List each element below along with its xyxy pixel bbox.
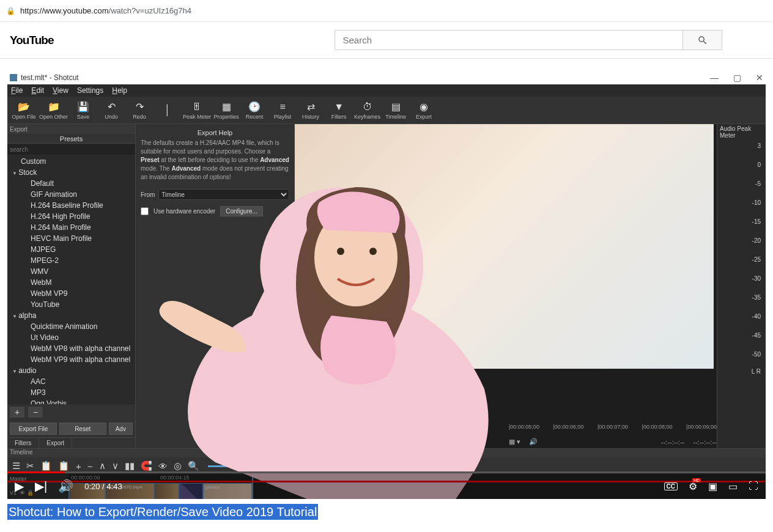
toolbar-recent[interactable]: 🕑Recent (242, 98, 267, 122)
configure-button[interactable]: Configure... (220, 206, 263, 216)
play-button[interactable]: ▶ (15, 479, 24, 493)
timeline-tool-icon[interactable]: ☰ (12, 460, 20, 471)
toolbar-open-other[interactable]: 📁Open Other (39, 98, 68, 122)
preset-item[interactable]: HEVC Main Profile (7, 233, 135, 244)
toolbar-open-file[interactable]: 📂Open File (11, 98, 37, 122)
preset-item[interactable]: YouTube (7, 299, 135, 310)
export-help-text: The defaults create a H.264/AAC MP4 file… (138, 139, 292, 187)
toolbar-filters[interactable]: ▼Filters (326, 98, 352, 122)
maximize-button[interactable]: ▢ (733, 73, 741, 83)
toolbar-timeline[interactable]: ▤Timeline (383, 98, 409, 122)
ruler-mark: |00:00:08;00 (642, 424, 673, 430)
ruler-mark: |00:00:05;00 (509, 424, 539, 430)
timeline-tool-icon[interactable]: 📋 (58, 460, 70, 471)
presets-header: Presets (7, 134, 135, 144)
preset-item[interactable]: Default (7, 178, 135, 189)
peak-meter-panel: Audio Peak Meter 30-5-10-15-20-25-30-35-… (717, 124, 766, 448)
timeline-header: Timeline (7, 449, 766, 457)
add-preset-button[interactable]: + (10, 407, 24, 418)
advanced-button[interactable]: Adv (109, 423, 133, 435)
zoom-slider[interactable] (208, 465, 245, 467)
from-select[interactable]: Timeline (158, 189, 289, 200)
preset-item[interactable]: WebM (7, 277, 135, 288)
tab-export[interactable]: Export (39, 438, 72, 448)
timeline-tool-icon[interactable]: 📋 (40, 460, 52, 471)
progress-bar[interactable] (7, 471, 766, 473)
menu-help[interactable]: Help (112, 86, 127, 95)
preset-item[interactable]: MPEG-2 (7, 255, 135, 266)
settings-button[interactable]: ⚙HD (689, 481, 697, 492)
peak-db-label: 0 (757, 161, 761, 168)
timeline-tool-icon[interactable]: − (87, 461, 93, 471)
preset-item[interactable]: WebM VP8 with alpha channel (7, 343, 135, 354)
preset-item[interactable]: MP3 (7, 387, 135, 398)
toolbar-playlist[interactable]: ≡Playlist (270, 98, 295, 122)
youtube-logo[interactable]: YouTube (10, 34, 53, 47)
toolbar-undo[interactable]: ↶Undo (98, 98, 124, 122)
video-player[interactable]: test.mlt* - Shotcut — ▢ ✕ File Edit View… (7, 71, 766, 499)
timeline-tool-icon[interactable]: ◎ (174, 460, 182, 471)
preset-item[interactable]: WebM VP9 (7, 288, 135, 299)
preset-item[interactable]: H.264 Baseline Profile (7, 200, 135, 211)
next-button[interactable]: ▶| (35, 479, 47, 493)
peak-lr-label: L R (752, 368, 761, 375)
preset-search[interactable] (7, 144, 135, 155)
preset-group[interactable]: alpha (7, 310, 135, 321)
menu-settings[interactable]: Settings (77, 86, 103, 95)
preset-group[interactable]: Stock (7, 167, 135, 178)
preset-item[interactable]: GIF Animation (7, 189, 135, 200)
reset-button[interactable]: Reset (59, 423, 106, 435)
timeline-tool-icon[interactable]: 🔍 (188, 460, 199, 471)
preset-item[interactable]: Quicktime Animation (7, 321, 135, 332)
theater-button[interactable]: ▭ (728, 481, 738, 492)
hw-encoder-checkbox[interactable] (141, 207, 149, 215)
toolbar-keyframes[interactable]: ⏱Keyframes (354, 98, 380, 122)
toolbar-sep[interactable]: │ (155, 98, 180, 122)
browser-address-bar[interactable]: 🔒 https://www.youtube.com/watch?v=uzUIz1… (0, 0, 773, 22)
menu-edit[interactable]: Edit (31, 86, 44, 95)
timeline-tool-icon[interactable]: ✂ (26, 460, 34, 471)
preset-group[interactable]: audio (7, 365, 135, 376)
timeline-tool-icon[interactable]: ∨ (112, 460, 119, 471)
cc-button[interactable]: CC (664, 482, 678, 490)
timeline-tool-icon[interactable]: 👁 (158, 461, 168, 471)
peak-db-label: -35 (752, 294, 761, 301)
tab-filters[interactable]: Filters (7, 438, 39, 448)
preset-item[interactable]: H.264 Main Profile (7, 222, 135, 233)
remove-preset-button[interactable]: − (28, 407, 43, 418)
preset-list[interactable]: CustomStockDefaultGIF AnimationH.264 Bas… (7, 155, 135, 404)
preset-item[interactable]: H.264 High Profile (7, 211, 135, 222)
preview-volume-icon[interactable]: 🔊 (529, 438, 538, 446)
export-help-panel: Export Help The defaults create a H.264/… (136, 124, 295, 448)
close-button[interactable]: ✕ (756, 73, 763, 83)
peak-db-label: -5 (755, 180, 761, 187)
preset-item[interactable]: WebM VP9 with alpha channel (7, 354, 135, 365)
preset-item[interactable]: MJPEG (7, 244, 135, 255)
miniplayer-button[interactable]: ▣ (708, 481, 717, 492)
search-input[interactable] (335, 30, 683, 50)
toolbar-properties[interactable]: ▦Properties (213, 98, 239, 122)
toolbar-export[interactable]: ◉Export (411, 98, 437, 122)
toolbar-history[interactable]: ⇄History (298, 98, 324, 122)
preset-item[interactable]: WMV (7, 266, 135, 277)
timeline-tool-icon[interactable]: + (76, 461, 81, 471)
search-button[interactable] (683, 30, 722, 50)
export-file-button[interactable]: Export File (10, 423, 57, 435)
fullscreen-button[interactable]: ⛶ (749, 481, 758, 492)
menu-file[interactable]: File (11, 86, 23, 95)
toolbar-peak-meter[interactable]: 🎚Peak Meter (183, 98, 211, 122)
timeline-tool-icon[interactable]: ∧ (99, 460, 106, 471)
preset-item[interactable]: AAC (7, 376, 135, 387)
preset-item[interactable]: Ogg Vorbis (7, 398, 135, 404)
volume-button[interactable]: 🔊 (58, 479, 73, 493)
menu-view[interactable]: View (53, 86, 68, 95)
toolbar-redo[interactable]: ↷Redo (127, 98, 152, 122)
timeline-tool-icon[interactable]: ▮▮ (125, 460, 135, 471)
minimize-button[interactable]: — (710, 73, 719, 83)
timeline-tool-icon[interactable]: 🧲 (141, 460, 152, 471)
time-display: 0:20 / 4:43 (84, 482, 122, 491)
preset-item[interactable]: Custom (7, 156, 135, 167)
preview-zoom-icon[interactable]: ▦ ▾ (509, 438, 520, 446)
preset-item[interactable]: Ut Video (7, 332, 135, 343)
toolbar-save[interactable]: 💾Save (70, 98, 96, 122)
